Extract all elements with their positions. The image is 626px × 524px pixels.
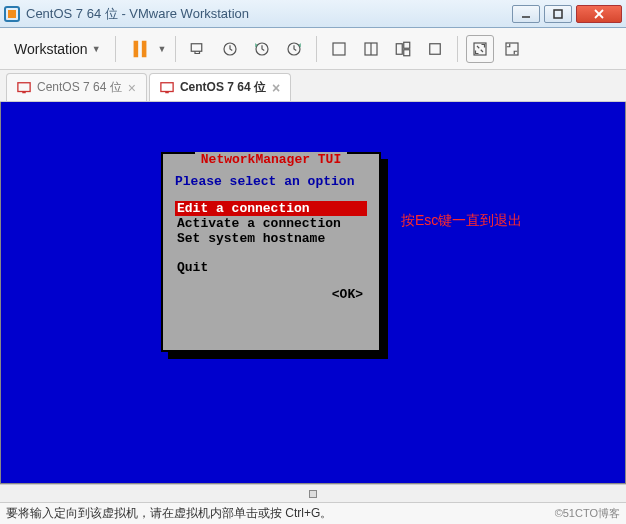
separator [115,36,116,62]
pause-button[interactable] [124,35,156,63]
thumbnail-button[interactable] [357,35,385,63]
svg-rect-15 [396,43,402,54]
pause-icon [129,38,151,60]
tui-prompt: Please select an option [175,174,367,189]
svg-rect-23 [161,82,173,91]
tui-ok-button[interactable]: <OK> [175,287,367,302]
split-pane-icon [362,40,380,58]
svg-rect-17 [403,49,409,55]
separator [175,36,176,62]
svg-rect-3 [554,10,562,18]
horizontal-scrollbar[interactable] [0,484,626,502]
workstation-menu-label: Workstation [14,41,88,57]
chevron-down-icon: ▼ [92,44,101,54]
multi-pane-icon [394,40,412,58]
chevron-down-icon[interactable]: ▼ [158,44,167,54]
tui-item-set-hostname[interactable]: Set system hostname [175,231,367,246]
svg-rect-1 [8,10,16,18]
svg-rect-18 [429,43,440,54]
tab-label: CentOS 7 64 位 [37,79,122,96]
tab-centos-2[interactable]: CentOS 7 64 位 × [149,73,291,101]
tab-centos-1[interactable]: CentOS 7 64 位 × [6,73,147,101]
tab-close-button[interactable]: × [128,80,136,96]
tui-dialog: NetworkManager TUI Please select an opti… [161,152,381,352]
clock-back-icon [253,40,271,58]
vm-icon [160,81,174,95]
device-icon [189,40,207,58]
svg-rect-12 [333,43,345,55]
vm-viewport[interactable]: NetworkManager TUI Please select an opti… [0,102,626,484]
tui-title: NetworkManager TUI [195,152,347,167]
annotation-text: 按Esc键一直到退出 [401,212,522,230]
status-hint: 要将输入定向到该虚拟机，请在虚拟机内部单击或按 Ctrl+G。 [6,505,332,522]
single-outline-icon [426,40,444,58]
svg-rect-22 [22,91,26,93]
unity-button[interactable] [389,35,417,63]
show-console-button[interactable] [325,35,353,63]
tui-item-edit-connection[interactable]: Edit a connection [175,201,367,216]
fullscreen-enter-icon [471,40,489,58]
svg-rect-7 [141,40,146,57]
clock-forward-icon [285,40,303,58]
fullscreen-exit-icon [503,40,521,58]
toolbar: Workstation ▼ ▼ [0,28,626,70]
app-icon [4,6,20,22]
clock-icon [221,40,239,58]
manage-snapshot-button[interactable] [280,35,308,63]
stretch-button[interactable] [421,35,449,63]
svg-rect-20 [506,43,518,55]
window-title: CentOS 7 64 位 - VMware Workstation [26,5,512,23]
send-ctrl-alt-del-button[interactable] [184,35,212,63]
tui-title-wrap: NetworkManager TUI [163,152,379,167]
tui-item-quit[interactable]: Quit [175,260,367,275]
tabstrip: CentOS 7 64 位 × CentOS 7 64 位 × [0,70,626,102]
revert-snapshot-button[interactable] [248,35,276,63]
fullscreen-enter-button[interactable] [466,35,494,63]
svg-rect-21 [18,82,30,91]
separator [316,36,317,62]
separator [457,36,458,62]
minimize-button[interactable] [512,5,540,23]
workstation-menu[interactable]: Workstation ▼ [8,37,107,61]
close-button[interactable] [576,5,622,23]
single-pane-icon [330,40,348,58]
svg-rect-6 [133,40,138,57]
vm-icon [17,81,31,95]
scroll-thumb[interactable] [309,490,317,498]
tui-item-activate-connection[interactable]: Activate a connection [175,216,367,231]
maximize-button[interactable] [544,5,572,23]
svg-rect-16 [403,42,409,48]
svg-rect-24 [165,91,169,93]
snapshot-button[interactable] [216,35,244,63]
watermark: ©51CTO博客 [555,506,620,521]
tab-close-button[interactable]: × [272,80,280,96]
titlebar: CentOS 7 64 位 - VMware Workstation [0,0,626,28]
svg-rect-8 [191,43,202,51]
tab-label: CentOS 7 64 位 [180,79,266,96]
fullscreen-exit-button[interactable] [498,35,526,63]
statusbar: 要将输入定向到该虚拟机，请在虚拟机内部单击或按 Ctrl+G。 ©51CTO博客 [0,502,626,524]
